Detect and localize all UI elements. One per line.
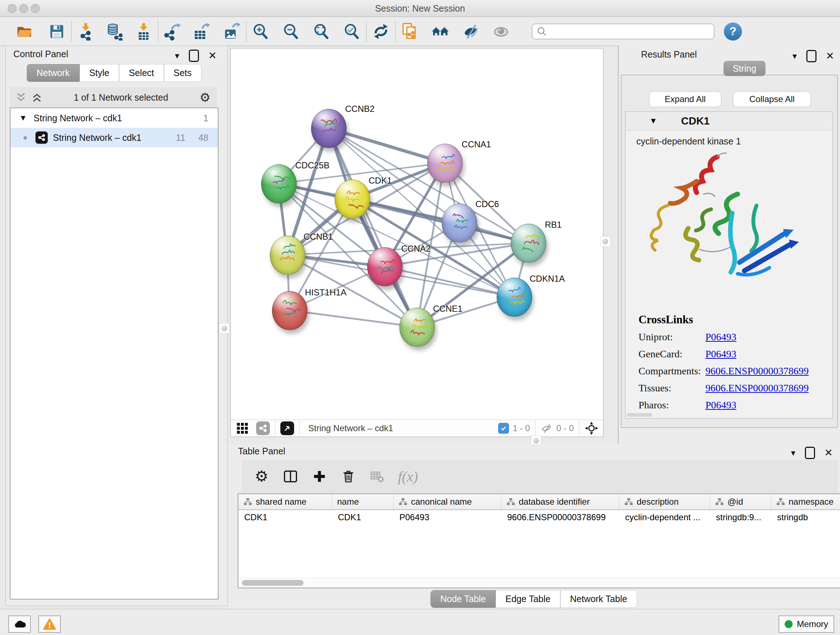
- column-header-@id[interactable]: @id: [710, 494, 771, 509]
- export-image-icon[interactable]: [221, 21, 242, 42]
- network-node-ccne1[interactable]: [399, 308, 435, 347]
- collapse-all-chevrons-icon[interactable]: [32, 92, 42, 103]
- delete-column-icon[interactable]: [340, 468, 357, 485]
- network-row-selected[interactable]: ● String Network – cdk1 11 48: [11, 128, 218, 147]
- grid-view-icon[interactable]: [236, 422, 249, 435]
- crosslink-link[interactable]: 9606.ENSP00000378699: [706, 365, 808, 377]
- float-panel-icon[interactable]: [805, 447, 815, 459]
- crosslink-link[interactable]: 9606.ENSP00000378699: [706, 382, 808, 394]
- selected-checkbox-icon[interactable]: [498, 423, 509, 434]
- network-node-ccnb2[interactable]: [311, 109, 347, 148]
- network-node-cdc25b[interactable]: [261, 165, 297, 203]
- close-panel-icon[interactable]: ✕: [208, 51, 217, 61]
- search-input[interactable]: [532, 24, 714, 40]
- cloud-button[interactable]: [8, 616, 31, 633]
- network-node-hist1h1a[interactable]: [272, 291, 308, 330]
- collapse-panel-icon[interactable]: ▾: [791, 448, 795, 457]
- table-cell[interactable]: cyclin-dependent ...: [619, 510, 710, 526]
- float-panel-icon[interactable]: [189, 50, 199, 62]
- tab-edge-table[interactable]: Edge Table: [496, 590, 561, 608]
- column-header-name[interactable]: name: [332, 494, 393, 509]
- network-edge[interactable]: [289, 310, 417, 327]
- open-session-icon[interactable]: [14, 21, 35, 42]
- tab-style[interactable]: Style: [80, 64, 119, 82]
- tab-select[interactable]: Select: [119, 64, 164, 82]
- section-disclosure-icon[interactable]: ▼: [649, 116, 657, 126]
- network-options-gear-icon[interactable]: ⚙: [200, 91, 210, 103]
- collapse-panel-icon[interactable]: ▾: [792, 52, 797, 60]
- crosslink-link[interactable]: P06493: [706, 399, 737, 411]
- results-hscroll-thumb[interactable]: [627, 413, 652, 417]
- function-builder-icon[interactable]: f(x): [398, 468, 418, 485]
- column-header-namespace[interactable]: namespace: [771, 494, 840, 509]
- network-collection-row[interactable]: ▼ String Network – cdk1 1: [11, 108, 218, 128]
- network-node-rb1[interactable]: [511, 224, 546, 263]
- column-header-shared-name[interactable]: shared name: [238, 494, 332, 509]
- show-columns-icon[interactable]: [282, 468, 299, 485]
- first-neighbors-icon[interactable]: [430, 21, 451, 42]
- memory-button[interactable]: Memory: [778, 616, 834, 633]
- column-header-database-identifier[interactable]: database identifier: [501, 494, 619, 509]
- tab-network[interactable]: Network: [27, 64, 80, 82]
- gene-section-header[interactable]: ▼ CDK1: [625, 112, 832, 130]
- zoom-in-icon[interactable]: [250, 21, 271, 42]
- table-cell[interactable]: P06493: [393, 510, 501, 526]
- network-node-cdkn1a[interactable]: [497, 278, 532, 317]
- column-header-description[interactable]: description: [619, 494, 710, 509]
- right-splitter-handle[interactable]: [600, 236, 610, 247]
- table-cell[interactable]: CDK1: [332, 510, 393, 526]
- export-table-icon[interactable]: [191, 21, 212, 42]
- export-network-icon[interactable]: [162, 21, 183, 42]
- hide-selection-icon[interactable]: [460, 21, 481, 42]
- network-node-cdk1[interactable]: [335, 180, 370, 219]
- table-options-gear-icon[interactable]: ⚙: [253, 468, 270, 485]
- table-cell[interactable]: stringdb: [771, 510, 840, 526]
- collection-disclosure-icon[interactable]: ▼: [19, 113, 27, 123]
- collapse-panel-icon[interactable]: ▾: [175, 51, 179, 60]
- network-node-ccna2[interactable]: [367, 247, 403, 287]
- new-network-from-selection-icon[interactable]: [399, 21, 420, 42]
- network-canvas[interactable]: CCNB2CCNA1CDC25BCDK1CDC6RB1CCNB1CCNA2CDK…: [231, 49, 602, 414]
- table-row[interactable]: CDK1CDK1P064939606.ENSP00000378699cyclin…: [238, 510, 840, 526]
- float-panel-icon[interactable]: [806, 50, 816, 62]
- show-all-icon[interactable]: [491, 21, 512, 42]
- protein-ribbon-thumbnail: [315, 115, 343, 142]
- birds-eye-view-icon[interactable]: [584, 421, 599, 435]
- table-hscrollbar[interactable]: [238, 578, 840, 587]
- collapse-all-button[interactable]: Collapse All: [733, 91, 811, 107]
- zoom-selected-icon[interactable]: [341, 21, 363, 42]
- import-network-from-file-icon[interactable]: [75, 21, 96, 42]
- import-table-from-file-icon[interactable]: [133, 21, 154, 42]
- string-view-icon[interactable]: [256, 421, 270, 435]
- tab-node-table[interactable]: Node Table: [431, 590, 496, 608]
- table-cell[interactable]: CDK1: [238, 510, 332, 526]
- tab-sets[interactable]: Sets: [164, 64, 202, 82]
- network-node-ccnb1[interactable]: [270, 236, 305, 275]
- tab-string[interactable]: String: [723, 61, 766, 76]
- close-panel-icon[interactable]: ✕: [826, 51, 834, 61]
- zoom-fit-content-icon[interactable]: [311, 21, 332, 42]
- save-session-icon[interactable]: [46, 21, 67, 42]
- create-column-icon[interactable]: [311, 468, 328, 485]
- table-toolbar: ⚙ f(x): [242, 460, 838, 493]
- table-cell[interactable]: 9606.ENSP00000378699: [501, 510, 619, 526]
- help-button[interactable]: ?: [724, 22, 742, 41]
- tab-network-table[interactable]: Network Table: [561, 590, 637, 608]
- import-network-from-database-icon[interactable]: [104, 21, 125, 42]
- close-panel-icon[interactable]: ✕: [824, 448, 833, 458]
- network-edge[interactable]: [352, 199, 528, 243]
- crosslink-link[interactable]: P06493: [706, 348, 737, 360]
- apply-preferred-layout-icon[interactable]: [370, 21, 392, 42]
- expand-all-chevrons-icon[interactable]: [16, 92, 27, 103]
- expand-all-button[interactable]: Expand All: [649, 91, 722, 107]
- crosslink-link[interactable]: P06493: [706, 331, 737, 343]
- zoom-out-icon[interactable]: [281, 21, 302, 42]
- warnings-button[interactable]: [38, 616, 61, 633]
- network-node-cdc6[interactable]: [442, 203, 477, 242]
- network-node-ccna1[interactable]: [427, 144, 463, 183]
- open-in-browser-icon[interactable]: [280, 421, 294, 435]
- left-splitter-handle[interactable]: [219, 323, 229, 333]
- table-cell[interactable]: stringdb:9...: [710, 510, 771, 526]
- table-hscroll-thumb[interactable]: [242, 580, 303, 586]
- column-header-canonical-name[interactable]: canonical name: [393, 494, 501, 509]
